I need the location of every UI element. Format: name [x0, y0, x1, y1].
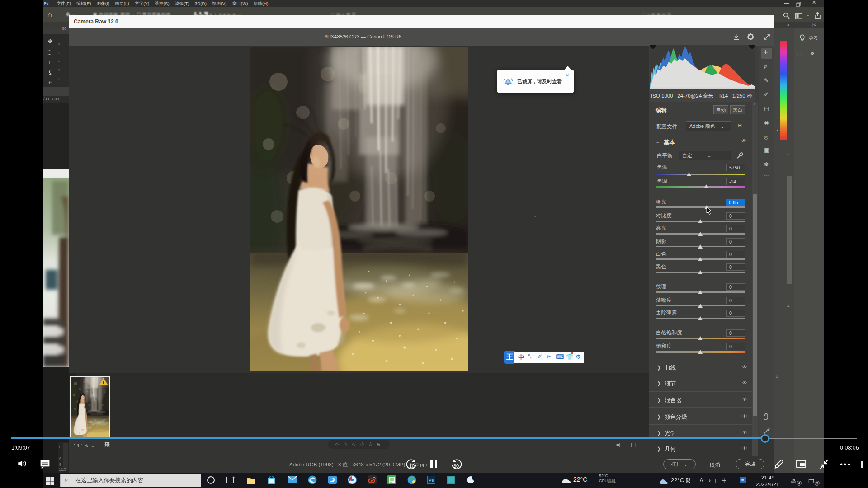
svg-text:30: 30 — [453, 463, 459, 469]
svg-text:10: 10 — [409, 463, 415, 469]
